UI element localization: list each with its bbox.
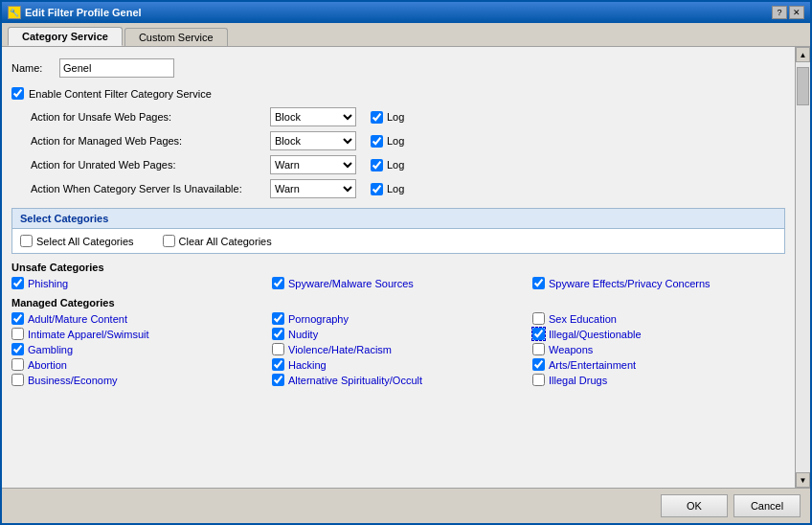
close-button[interactable]: ✕ — [789, 6, 804, 19]
name-input[interactable] — [59, 58, 174, 78]
cat-label-gambling[interactable]: Gambling — [28, 344, 73, 355]
log-checkbox-1[interactable] — [371, 135, 383, 148]
cat-label-weapons[interactable]: Weapons — [549, 344, 593, 355]
cat-label-spyware-effects[interactable]: Spyware Effects/Privacy Concerns — [549, 278, 710, 289]
main-panel: Name: Enable Content Filter Category Ser… — [2, 47, 795, 488]
log-check-2: Log — [371, 159, 404, 171]
cat-checkbox-illegal-questionable[interactable] — [532, 328, 545, 340]
cat-label-spyware-sources[interactable]: Spyware/Malware Sources — [288, 278, 414, 289]
cat-item-arts: Arts/Entertainment — [532, 358, 785, 371]
cat-label-nudity[interactable]: Nudity — [288, 329, 318, 340]
cat-checkbox-phishing[interactable] — [11, 277, 24, 289]
cat-label-hacking[interactable]: Hacking — [288, 359, 327, 371]
tab-category-service[interactable]: Category Service — [8, 27, 123, 46]
scroll-up-button[interactable]: ▲ — [796, 47, 810, 62]
title-buttons: ? ✕ — [772, 6, 804, 19]
clear-all-item: Clear All Categories — [163, 235, 272, 247]
cat-checkbox-arts[interactable] — [532, 358, 545, 371]
log-label-0: Log — [387, 111, 404, 123]
scrollbar-track[interactable] — [796, 62, 810, 472]
cat-checkbox-adult[interactable] — [11, 312, 24, 325]
cat-label-sex-education[interactable]: Sex Education — [549, 313, 617, 325]
log-check-0: Log — [371, 111, 404, 124]
action-select-2[interactable]: BlockWarnAllow — [270, 155, 356, 174]
cat-select-row: Select All Categories Clear All Categori… — [20, 235, 777, 247]
log-check-3: Log — [371, 183, 404, 195]
action-select-0[interactable]: BlockWarnAllow — [270, 107, 356, 126]
cat-checkbox-sex-education[interactable] — [532, 312, 545, 325]
cat-checkbox-spyware-sources[interactable] — [272, 277, 284, 289]
action-label-2: Action for Unrated Web Pages: — [31, 159, 270, 171]
log-checkbox-2[interactable] — [371, 159, 383, 171]
cat-label-spirituality[interactable]: Alternative Spirituality/Occult — [288, 375, 422, 386]
actions-section: Action for Unsafe Web Pages: BlockWarnAl… — [31, 107, 785, 198]
action-select-1[interactable]: BlockWarnAllow — [270, 131, 356, 150]
cat-item-illegal-questionable: Illegal/Questionable — [532, 328, 785, 340]
select-categories-header: Select Categories — [11, 208, 785, 228]
enable-filter-checkbox[interactable] — [11, 87, 24, 100]
window-title: Edit Filter Profile Genel — [25, 7, 142, 18]
tab-custom-service[interactable]: Custom Service — [124, 28, 228, 46]
cat-label-arts[interactable]: Arts/Entertainment — [549, 359, 636, 371]
cat-checkbox-spyware-effects[interactable] — [532, 277, 545, 289]
cat-label-business[interactable]: Business/Economy — [28, 375, 118, 386]
action-row-3: Action When Category Server Is Unavailab… — [31, 179, 785, 198]
cat-checkbox-spirituality[interactable] — [272, 374, 284, 386]
scrollbar: ▲ ▼ — [795, 47, 810, 488]
ok-button[interactable]: OK — [661, 494, 728, 517]
cat-item-business: Business/Economy — [11, 374, 264, 386]
cat-checkbox-abortion[interactable] — [11, 358, 24, 371]
cat-label-pornography[interactable]: Pornography — [288, 313, 349, 325]
cat-checkbox-hacking[interactable] — [272, 358, 284, 371]
select-all-item: Select All Categories — [20, 235, 134, 247]
action-label-1: Action for Managed Web Pages: — [31, 135, 270, 147]
action-select-3[interactable]: BlockWarnAllow — [270, 179, 356, 198]
cat-item-hacking: Hacking — [272, 358, 525, 371]
action-label-0: Action for Unsafe Web Pages: — [31, 111, 270, 123]
help-button[interactable]: ? — [772, 6, 787, 19]
main-window: 🔧 Edit Filter Profile Genel ? ✕ Category… — [0, 0, 812, 525]
log-label-1: Log — [387, 135, 404, 147]
log-checkbox-0[interactable] — [371, 111, 383, 124]
cat-item-illegal-drugs: Illegal Drugs — [532, 374, 785, 386]
name-row: Name: — [11, 58, 785, 78]
log-checkbox-3[interactable] — [371, 183, 383, 195]
log-label-3: Log — [387, 183, 404, 194]
cat-checkbox-intimate[interactable] — [11, 328, 24, 340]
name-label: Name: — [11, 62, 59, 74]
cat-label-illegal-drugs[interactable]: Illegal Drugs — [549, 375, 607, 386]
clear-all-checkbox[interactable] — [163, 235, 175, 247]
cat-label-intimate[interactable]: Intimate Apparel/Swimsuit — [28, 329, 149, 340]
cat-label-adult[interactable]: Adult/Mature Content — [28, 313, 127, 325]
scrollbar-thumb[interactable] — [797, 67, 809, 105]
cat-checkbox-pornography[interactable] — [272, 312, 284, 325]
tabs-bar: Category Service Custom Service — [2, 23, 810, 47]
cat-label-illegal-questionable[interactable]: Illegal/Questionable — [549, 329, 642, 340]
action-row-0: Action for Unsafe Web Pages: BlockWarnAl… — [31, 107, 785, 126]
cat-checkbox-gambling[interactable] — [11, 343, 24, 355]
cat-checkbox-weapons[interactable] — [532, 343, 545, 355]
cat-item-phishing: Phishing — [11, 277, 264, 289]
cat-item-violence: Violence/Hate/Racism — [272, 343, 525, 355]
window-icon: 🔧 — [8, 6, 21, 19]
cat-checkbox-nudity[interactable] — [272, 328, 284, 340]
cat-checkbox-violence[interactable] — [272, 343, 284, 355]
cat-item-gambling: Gambling — [11, 343, 264, 355]
cat-label-violence[interactable]: Violence/Hate/Racism — [288, 344, 392, 355]
cancel-button[interactable]: Cancel — [733, 494, 801, 517]
content-area: Name: Enable Content Filter Category Ser… — [2, 47, 810, 488]
title-bar-left: 🔧 Edit Filter Profile Genel — [8, 6, 142, 19]
cat-label-phishing[interactable]: Phishing — [28, 278, 68, 289]
cat-checkbox-business[interactable] — [11, 374, 24, 386]
action-label-3: Action When Category Server Is Unavailab… — [31, 183, 270, 194]
cat-item-intimate: Intimate Apparel/Swimsuit — [11, 328, 264, 340]
cat-item-sex-education: Sex Education — [532, 312, 785, 325]
select-all-checkbox[interactable] — [20, 235, 33, 247]
scroll-down-button[interactable]: ▼ — [796, 472, 810, 488]
cat-label-abortion[interactable]: Abortion — [28, 359, 67, 371]
cat-checkbox-illegal-drugs[interactable] — [532, 374, 545, 386]
action-row-1: Action for Managed Web Pages: BlockWarnA… — [31, 131, 785, 150]
title-bar: 🔧 Edit Filter Profile Genel ? ✕ — [2, 2, 810, 23]
cat-item-adult: Adult/Mature Content — [11, 312, 264, 325]
unsafe-categories-header: Unsafe Categories — [11, 262, 785, 273]
